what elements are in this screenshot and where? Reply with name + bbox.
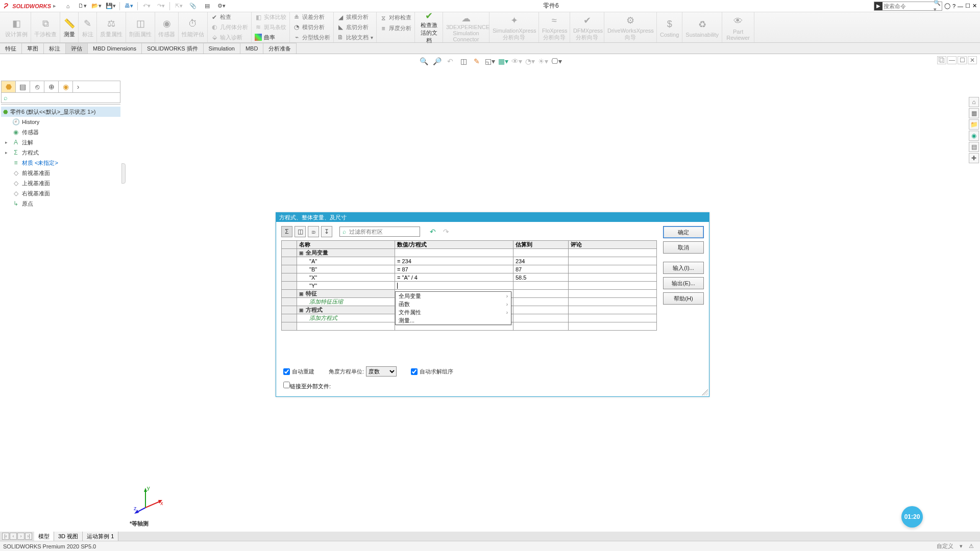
cancel-button[interactable]: 取消 — [663, 241, 704, 254]
eq-view-sort-icon[interactable]: ↧ — [321, 226, 332, 237]
rb-perf[interactable]: ⏱性能评估 — [179, 12, 208, 42]
eq-redo-icon[interactable]: ↷ — [440, 226, 452, 237]
cmd-tab-8[interactable]: 分析准备 — [263, 43, 297, 54]
tp-custom-icon[interactable]: ✚ — [969, 153, 979, 163]
status-warn-icon[interactable]: ⚠ — [966, 543, 977, 549]
global-var-row[interactable]: "Y" — [282, 282, 657, 290]
autocomplete-item[interactable]: 全局变量› — [396, 292, 511, 300]
panel-splitter[interactable] — [121, 163, 126, 184]
zoom-fit-icon[interactable]: 🔍 — [418, 56, 429, 66]
home-icon[interactable]: ⌂ — [61, 1, 75, 12]
new-icon[interactable]: 🗋▾ — [76, 1, 89, 12]
rb-measure[interactable]: 📏测量 — [60, 12, 79, 42]
tree-root[interactable]: ⬣ 零件6 (默认<<默认>_显示状态 1>) — [1, 107, 120, 117]
rb-markup[interactable]: ✎标注 — [79, 12, 97, 42]
list-icon[interactable]: ▤ — [201, 1, 214, 12]
rb-interference[interactable]: ⧉干涉检查 — [31, 12, 60, 42]
global-var-row[interactable]: "B"= 8787 — [282, 265, 657, 273]
rb-costing[interactable]: $Costing — [657, 12, 682, 42]
child-close-icon[interactable]: ✕ — [968, 56, 977, 64]
tree-filter[interactable]: ⌕ — [1, 93, 120, 103]
tp-resources-icon[interactable]: ▦ — [969, 108, 979, 118]
resize-grip-icon[interactable] — [702, 389, 708, 395]
command-search-input[interactable] — [883, 2, 934, 10]
filter-input[interactable] — [348, 227, 420, 236]
global-var-row[interactable]: "X"= "A" / 458.5 — [282, 273, 657, 282]
output-button[interactable]: 输出(E)... — [663, 277, 704, 289]
rb-sensor[interactable]: ◉传感器 — [155, 12, 179, 42]
zoom-area-icon[interactable]: 🔎 — [431, 56, 443, 66]
cmd-tab-6[interactable]: Simulation — [204, 43, 240, 54]
rb-partrev[interactable]: 👁Part Reviewer — [722, 12, 754, 42]
property-tab[interactable]: ▤ — [16, 81, 30, 92]
view-orient-icon[interactable]: ◱▾ — [484, 56, 496, 66]
autocomplete-item[interactable]: 文件属性› — [396, 308, 511, 316]
appearance-icon[interactable]: ◔▾ — [524, 56, 535, 66]
cmd-tab-4[interactable]: MBD Dimensions — [88, 43, 142, 54]
rb-3dx[interactable]: ☁3DEXPERIENCE Simulation Connector — [443, 12, 489, 42]
tree-item-7[interactable]: ◇右视基准面 — [1, 188, 120, 198]
input-button[interactable]: 输入(I)... — [663, 262, 704, 274]
view-settings-icon[interactable]: 🖵▾ — [551, 56, 562, 66]
command-search[interactable]: ▶ 🔍▾ — [874, 2, 942, 11]
feature-tree-tab[interactable]: ⬣ — [2, 81, 16, 92]
help-button[interactable]: 帮助(H) — [663, 292, 704, 305]
tree-item-5[interactable]: ◇前视基准面 — [1, 168, 120, 178]
rb-flox[interactable]: ≈FloXpress 分析向导 — [539, 12, 570, 42]
tree-item-8[interactable]: ↳原点 — [1, 198, 120, 209]
restore-icon[interactable]: ☐ — [965, 3, 970, 9]
select-icon[interactable]: ⇱▾ — [172, 1, 185, 12]
cmd-tab-7[interactable]: MBD — [240, 43, 263, 54]
scene-icon[interactable]: ☀▾ — [537, 56, 549, 66]
display-tab[interactable]: ◉ — [59, 81, 73, 92]
cmd-tab-2[interactable]: 标注 — [44, 43, 66, 54]
child-max-icon[interactable]: ☐ — [958, 56, 967, 64]
tree-item-1[interactable]: ◉传感器 — [1, 127, 120, 137]
tp-view-icon[interactable]: ◉ — [969, 131, 979, 141]
tp-library-icon[interactable]: 📁 — [969, 119, 979, 130]
cmd-tab-5[interactable]: SOLIDWORKS 插件 — [142, 43, 204, 54]
tree-item-3[interactable]: Σ方程式 — [1, 147, 120, 158]
menu-expand-icon[interactable]: ▸ — [51, 0, 58, 12]
open-icon[interactable]: 📂▾ — [90, 1, 103, 12]
cmd-tab-3[interactable]: 评估 — [66, 43, 88, 54]
tree-item-2[interactable]: A注解 — [1, 137, 120, 147]
eq-view-ordered-icon[interactable]: ⎄ — [308, 226, 319, 237]
child-min-icon[interactable]: — — [947, 56, 957, 64]
settings-icon[interactable]: ⚙▾ — [215, 1, 228, 12]
cmd-tab-0[interactable]: 特征 — [0, 43, 22, 54]
display-style-icon[interactable]: ▦▾ — [498, 56, 509, 66]
config-tab[interactable]: ⎋ — [30, 81, 44, 92]
help-icon[interactable]: ? — [952, 3, 955, 9]
eq-view-sigma-icon[interactable]: Σ — [281, 226, 292, 237]
status-dropdown-icon[interactable]: ▾ — [957, 543, 966, 549]
undo-icon[interactable]: ↶▾ — [140, 1, 153, 12]
dim-tab[interactable]: ⊕ — [44, 81, 59, 92]
minimize-icon[interactable]: — — [958, 3, 963, 9]
user-icon[interactable]: ◯ — [944, 3, 950, 9]
prev-icon[interactable]: ‹ — [10, 533, 17, 540]
close-icon[interactable]: ✕ — [972, 3, 977, 9]
next-icon[interactable]: › — [17, 533, 24, 540]
pin-icon[interactable]: 📎 — [186, 1, 200, 12]
autocomplete-item[interactable]: 函数› — [396, 300, 511, 308]
search-dropdown-icon[interactable]: 🔍▾ — [934, 0, 942, 13]
expand-tab[interactable]: › — [73, 81, 83, 92]
rb-sustain[interactable]: ♻Sustainability — [682, 12, 722, 42]
ok-button[interactable]: 确定 — [663, 226, 704, 238]
print-icon[interactable]: 🖶▾ — [122, 1, 135, 12]
auto-rebuild-checkbox[interactable]: 自动重建 — [283, 368, 314, 375]
angle-unit-select[interactable]: 度数 — [366, 366, 397, 377]
dyn-annot-icon[interactable]: ✎ — [471, 56, 482, 66]
hide-show-icon[interactable]: 👁▾ — [511, 56, 522, 66]
section-view-icon[interactable]: ◫ — [458, 56, 469, 66]
equations-filter[interactable]: ⌕ — [339, 227, 420, 237]
tree-item-4[interactable]: ≡材质 <未指定> — [1, 158, 120, 168]
rb-activate-doc[interactable]: ✔︎检查激活的文档 — [415, 12, 443, 42]
tab-motion[interactable]: 运动算例 1 — [83, 532, 118, 541]
autocomplete-item[interactable]: 测量... — [396, 316, 511, 324]
auto-solve-checkbox[interactable]: 自动求解组序 — [411, 368, 453, 375]
rb-simx[interactable]: ✦SimulationXpress 分析向导 — [489, 12, 539, 42]
rb-dfmx[interactable]: ✔DFMXpress 分析向导 — [570, 12, 604, 42]
tp-appearance-icon[interactable]: ▤ — [969, 142, 979, 152]
